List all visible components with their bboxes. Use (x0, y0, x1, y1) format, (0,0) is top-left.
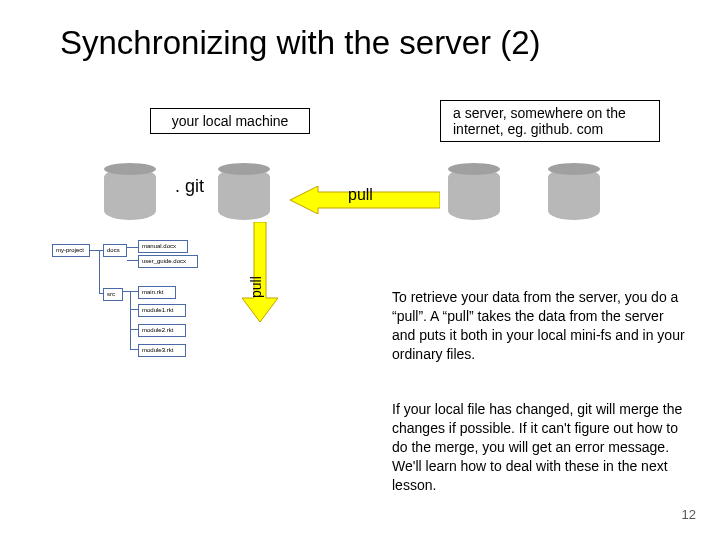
fs-file: module1.rkt (138, 304, 186, 317)
git-label: . git (175, 176, 204, 197)
tree-line (130, 309, 138, 310)
fs-file: module3.rkt (138, 344, 186, 357)
body-paragraph-1: To retrieve your data from the server, y… (392, 288, 688, 364)
fs-file: module2.rkt (138, 324, 186, 337)
cylinder-icon (104, 168, 156, 220)
fs-src: src (103, 288, 123, 301)
server-label: a server, somewhere on the internet, eg.… (440, 100, 660, 142)
tree-line (130, 291, 131, 349)
pull-arrow-down-label: pull (248, 276, 264, 298)
cylinder-icon (218, 168, 270, 220)
page-number: 12 (682, 507, 696, 522)
tree-line (99, 250, 100, 294)
fs-file: manual.docx (138, 240, 188, 253)
tree-line (99, 293, 103, 294)
tree-line (90, 250, 103, 251)
pull-arrow-left-label: pull (348, 186, 373, 204)
svg-marker-1 (242, 222, 278, 322)
fs-docs: docs (103, 244, 127, 257)
fs-root: my-project (52, 244, 90, 257)
cylinder-icon (548, 168, 600, 220)
pull-arrow-down-icon (242, 222, 278, 322)
tree-line (130, 349, 138, 350)
fs-file: user_guide.docx (138, 255, 198, 268)
local-machine-label: your local machine (150, 108, 310, 134)
tree-line (127, 247, 138, 248)
tree-line (130, 329, 138, 330)
tree-line (127, 260, 138, 261)
slide-title: Synchronizing with the server (2) (60, 24, 541, 62)
cylinder-icon (448, 168, 500, 220)
fs-file: main.rkt (138, 286, 176, 299)
body-paragraph-2: If your local file has changed, git will… (392, 400, 692, 494)
